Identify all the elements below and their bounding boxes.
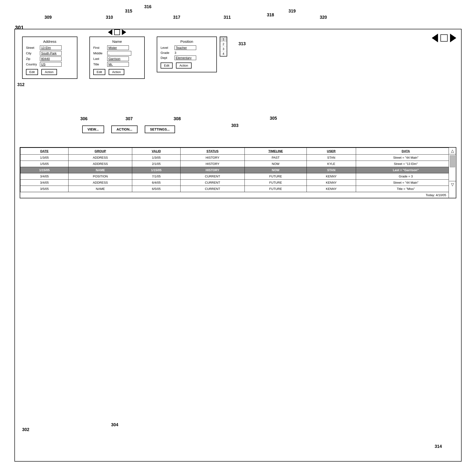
middle-label: Middle [93,51,106,55]
address-panel-title: Address [26,39,74,44]
position-panel-title: Position [161,39,213,44]
level-value[interactable]: Teacher [174,45,196,50]
position-action-button[interactable]: Action [176,63,191,68]
title-label: Title [93,63,106,66]
cell-timeline: FUTURE [245,186,307,192]
city-value[interactable]: South Park [40,51,62,55]
name-nav-forward[interactable] [122,29,126,35]
position-list-item-3[interactable]: 3 [220,47,227,51]
title-value[interactable]: Mr. [107,62,129,67]
name-edit-button[interactable]: Edit [93,69,105,75]
cell-user: STAN [306,167,356,173]
ref-311: 311 [223,15,231,20]
ref-320: 320 [320,15,327,20]
history-table: DATE GROUP VALID STATUS TIMELINE USER DA… [20,148,456,192]
cell-valid: 1/15/05 [132,167,180,173]
table-row[interactable]: 3/4/05 ADDRESS 6/4/05 CURRENT FUTURE KEN… [20,180,456,186]
first-value[interactable]: Mister [107,45,129,50]
street-value[interactable]: 13 Elm [40,45,62,50]
top-nav-area [432,34,456,42]
dept-label: Dept [161,56,173,60]
table-header-row: DATE GROUP VALID STATUS TIMELINE USER DA… [20,148,456,154]
name-panel: Name First Mister Middle Last Garrison T… [89,36,145,79]
name-title-row: Title Mr. [93,62,141,67]
cell-status: HISTORY [180,154,244,161]
nav-forward-button[interactable] [450,34,456,42]
cell-date: 3/5/05 [20,186,68,192]
zip-value[interactable]: 80440 [40,56,62,61]
position-panel-buttons: Edit Action [161,63,213,68]
cell-data: Title = "Miss" [356,186,456,192]
action-button[interactable]: ACTION... [111,125,137,133]
ref-314: 314 [435,444,442,449]
address-city-row: City South Park [26,51,74,55]
address-edit-button[interactable]: Edit [26,69,38,75]
main-container: Address Street 13 Elm City South Park Zi… [15,29,461,461]
cell-timeline: NOW [245,161,307,167]
col-valid: VALID [132,148,180,154]
table-row-highlighted[interactable]: 1/15/05 NAME 1/15/05 HISTORY NOW STAN La… [20,167,456,173]
cell-group: ADDRESS [68,161,132,167]
cell-status: CURRENT [180,180,244,186]
cell-group: POSITION [68,173,132,180]
name-panel-nav [108,29,126,35]
position-level-row: Level Teacher [161,45,213,50]
position-dept-row: Dept Elementary [161,55,213,60]
position-list-item-2[interactable]: 2 [220,42,227,47]
cell-date: 1/3/05 [20,154,68,161]
cell-date: 3/4/05 [20,180,68,186]
country-label: Country [26,63,38,66]
name-nav-home[interactable] [114,29,120,35]
nav-back-button[interactable] [432,34,438,42]
scroll-up-button[interactable]: △ [449,148,456,154]
first-label: First [93,46,106,50]
cell-timeline: FUTURE [245,173,307,180]
position-list-item-4[interactable]: 4 [220,51,227,56]
cell-date: 1/5/05 [20,161,68,167]
address-panel-buttons: Edit Action [26,69,74,75]
cell-date: 3/4/05 [20,173,68,180]
middle-value[interactable] [107,51,131,55]
col-group: GROUP [68,148,132,154]
table-row[interactable]: 3/5/05 NAME 6/5/05 CURRENT FUTURE KENNY … [20,186,456,192]
name-middle-row: Middle [93,51,141,55]
grade-label: Grade [161,51,173,54]
cell-status: CURRENT [180,173,244,180]
scroll-down-button[interactable]: ▽ [449,181,456,188]
cell-group: NAME [68,167,132,173]
ref-313: 313 [238,41,246,46]
ref-317: 317 [173,15,180,20]
dept-value[interactable]: Elementary [174,55,196,60]
table-row[interactable]: 3/4/05 POSITION 7/1/05 CURRENT FUTURE KE… [20,173,456,180]
nav-home-button[interactable] [441,34,448,42]
settings-button[interactable]: SETTINGS... [145,125,175,133]
cell-group: ADDRESS [68,154,132,161]
table-row[interactable]: 1/5/05 ADDRESS 2/1/05 HISTORY NOW KYLE S… [20,161,456,167]
view-button[interactable]: VIEW... [82,125,104,133]
table-row[interactable]: 1/3/05 ADDRESS 1/3/05 HISTORY PAST STAN … [20,154,456,161]
cell-user: KENNY [306,173,356,180]
position-list-item-1[interactable]: 1 [220,37,227,42]
address-country-row: Country US [26,62,74,67]
name-nav-back[interactable] [108,29,112,35]
cell-valid: 2/1/05 [132,161,180,167]
ref-307: 307 [125,116,133,121]
country-value[interactable]: US [40,62,62,67]
ref-312: 312 [17,82,25,87]
panels-area: Address Street 13 Elm City South Park Zi… [22,36,418,80]
ref-308: 308 [173,116,181,121]
position-edit-button[interactable]: Edit [161,63,173,68]
name-action-button[interactable]: Action [109,69,124,75]
ref-315: 315 [125,9,132,14]
scroll-thumb [450,155,455,167]
cell-status: HISTORY [180,167,244,173]
cell-valid: 6/5/05 [132,186,180,192]
last-value[interactable]: Garrison [107,56,129,61]
history-table-container: △ ▽ DATE GROUP VALID STATUS TIMELINE USE… [20,147,456,198]
street-label: Street [26,46,38,50]
address-street-row: Street 13 Elm [26,45,74,50]
ref-306: 306 [80,116,87,121]
name-last-row: Last Garrison [93,56,141,61]
cell-timeline: PAST [245,154,307,161]
address-action-button[interactable]: Action [41,69,57,75]
